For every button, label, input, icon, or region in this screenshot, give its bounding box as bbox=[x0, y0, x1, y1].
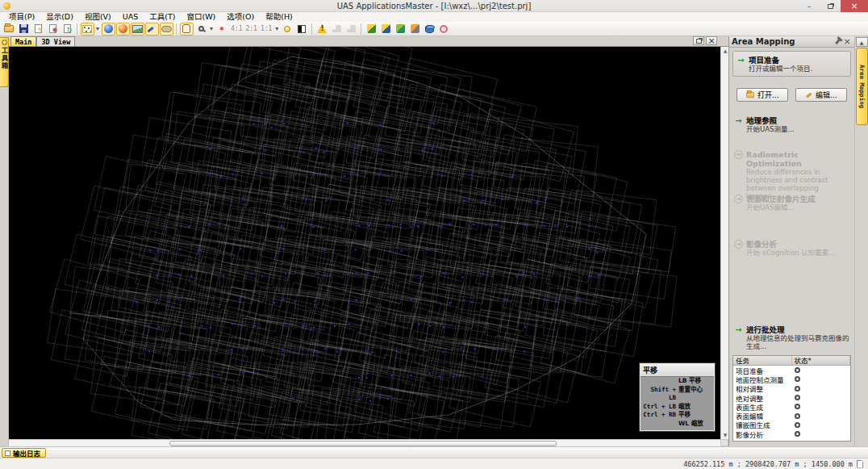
zoom-2-1-button[interactable]: 2:1 bbox=[244, 25, 258, 32]
table-row[interactable]: 相对调整 bbox=[733, 384, 850, 393]
table-row[interactable]: 项目准备 bbox=[733, 366, 850, 375]
step-batch-process[interactable]: 进行批处理 从地理信息的处理到马赛克图像的生成... bbox=[734, 325, 852, 350]
menu-options[interactable]: 选项(O) bbox=[221, 12, 260, 22]
pan-action: 缩放 bbox=[678, 403, 714, 412]
save-project-button[interactable] bbox=[17, 23, 31, 36]
pen-icon bbox=[147, 24, 156, 32]
process-ortho-button[interactable] bbox=[408, 23, 422, 36]
menu-display[interactable]: 显示(D) bbox=[40, 12, 79, 22]
image-display-button[interactable] bbox=[131, 23, 144, 36]
menu-project[interactable]: 项目(P) bbox=[3, 12, 40, 22]
status-column-header[interactable]: 状态* bbox=[792, 356, 851, 365]
vertical-scrollbar[interactable] bbox=[720, 47, 728, 439]
status-circle bbox=[795, 422, 800, 428]
database-button[interactable] bbox=[423, 23, 436, 36]
measure-icon bbox=[332, 25, 341, 32]
bottom-tab-row: 输出日志 bbox=[0, 446, 868, 458]
horizontal-scroll-thumb[interactable] bbox=[169, 441, 557, 446]
menu-window[interactable]: 窗口(W) bbox=[182, 12, 222, 22]
table-row[interactable]: 表面编辑 bbox=[733, 411, 850, 420]
zoom-4-1-button[interactable]: 4:1 bbox=[229, 25, 244, 32]
toolbox-tab[interactable]: 工具箱 bbox=[0, 37, 9, 87]
pin-icon bbox=[835, 39, 841, 44]
pencil-icon bbox=[806, 91, 813, 98]
close-button[interactable] bbox=[841, 0, 868, 12]
status-circle bbox=[795, 367, 800, 373]
open-button[interactable]: 打开... bbox=[737, 88, 788, 102]
tab-3d-view[interactable]: 3D View bbox=[36, 36, 75, 46]
menu-view[interactable]: 视图(V) bbox=[79, 12, 117, 22]
menu-bar: 项目(P) 显示(D) 视图(V) UAS 工具(T) 窗口(W) 选项(O) … bbox=[0, 12, 868, 22]
right-dock-strip: Area Mapping bbox=[854, 36, 868, 446]
terrain-display-button[interactable] bbox=[116, 23, 130, 36]
main-view-window: Main 3D View 平移 LB 平移 Shift + LB重置中心 Ctr… bbox=[9, 36, 728, 446]
table-row[interactable]: 表面生成 bbox=[733, 402, 850, 411]
edit-button[interactable]: 编辑... bbox=[795, 88, 847, 102]
process-surface-button[interactable] bbox=[394, 23, 407, 36]
open-button-label: 打开... bbox=[757, 90, 779, 100]
camera-button[interactable] bbox=[437, 23, 451, 36]
open-project-button[interactable] bbox=[2, 23, 16, 36]
contrast-button[interactable] bbox=[295, 23, 309, 36]
output-log-tab[interactable]: 输出日志 bbox=[2, 448, 46, 458]
dense-process-icon bbox=[382, 24, 390, 33]
viewport-canvas[interactable]: 平移 LB 平移 Shift + LB重置中心 Ctrl + LB缩放 Ctrl… bbox=[9, 47, 720, 439]
settings-page-icon: ✱ bbox=[49, 24, 56, 33]
horizontal-scrollbar[interactable] bbox=[9, 439, 720, 446]
vector-draw-button[interactable] bbox=[145, 23, 159, 36]
project-settings-button[interactable]: ✱ bbox=[46, 23, 60, 36]
image-icon bbox=[132, 25, 143, 33]
area-mapping-panel: Area Mapping 项目准备 打开或编辑一个项目. 打开... bbox=[728, 36, 854, 446]
clipboard-icon[interactable] bbox=[857, 460, 863, 468]
brightness-button[interactable] bbox=[281, 23, 294, 36]
child-restore-button[interactable] bbox=[693, 36, 704, 45]
tab-main[interactable]: Main bbox=[10, 36, 36, 46]
table-row[interactable]: 地面控制点测量 bbox=[733, 375, 850, 383]
table-row[interactable]: 绝对调整 bbox=[733, 393, 850, 402]
left-dock-strip: 工具箱 bbox=[0, 36, 9, 446]
orange-sphere-icon bbox=[119, 24, 127, 33]
mesh-display-button[interactable] bbox=[160, 23, 173, 36]
pan-tool-button[interactable] bbox=[180, 23, 194, 36]
task-column-header: 任务 bbox=[733, 356, 792, 365]
area-mapping-side-tab[interactable]: Area Mapping bbox=[856, 48, 868, 125]
pan-keys bbox=[641, 377, 678, 386]
pan-keys bbox=[641, 420, 678, 429]
pan-action: 重置中心 bbox=[678, 386, 714, 403]
menu-tools[interactable]: 工具(T) bbox=[144, 12, 181, 22]
warnings-button[interactable] bbox=[315, 23, 329, 36]
table-row[interactable]: 影像分析 bbox=[733, 429, 850, 438]
minimize-button[interactable] bbox=[799, 0, 820, 12]
step-georeferencing[interactable]: 地理参照 开始UAS测量... bbox=[734, 116, 852, 133]
child-close-button[interactable] bbox=[706, 36, 717, 45]
task-label: 地面控制点测量 bbox=[733, 375, 792, 384]
table-row[interactable]: 镶嵌图生成 bbox=[733, 421, 850, 429]
panel-title: Area Mapping bbox=[732, 37, 833, 46]
menu-uas[interactable]: UAS bbox=[117, 12, 144, 22]
toolbox-tab-label: 工具箱 bbox=[0, 47, 9, 70]
zoom-tool-button[interactable] bbox=[194, 23, 208, 36]
bulb-icon bbox=[284, 26, 290, 32]
points-display-button[interactable] bbox=[81, 23, 94, 36]
zoom-extents-button[interactable] bbox=[215, 23, 229, 36]
reload-project-button[interactable]: ↻ bbox=[61, 23, 74, 36]
process-dense-button[interactable] bbox=[379, 23, 393, 36]
zoom-tool-dropdown[interactable] bbox=[208, 23, 215, 36]
step-title: 表面和正射像片生成 bbox=[746, 195, 816, 203]
process-georef-button[interactable] bbox=[365, 23, 378, 36]
zoom-level-dropdown[interactable] bbox=[273, 23, 280, 36]
panel-close-button[interactable] bbox=[842, 37, 852, 46]
menu-help[interactable]: 帮助(H) bbox=[260, 12, 298, 22]
zoom-1-1-button[interactable]: 1:1 bbox=[259, 25, 273, 32]
surface-process-icon bbox=[396, 24, 405, 33]
points-display-dropdown[interactable] bbox=[94, 23, 101, 36]
restore-button[interactable] bbox=[820, 0, 841, 12]
child-restore-icon bbox=[696, 39, 702, 44]
task-label: 表面生成 bbox=[733, 402, 792, 412]
globe-display-button[interactable] bbox=[102, 23, 115, 36]
measure-button[interactable] bbox=[330, 23, 344, 36]
adjust-button[interactable] bbox=[344, 23, 358, 36]
dock-collapse-button[interactable] bbox=[856, 37, 868, 47]
panel-pin-button[interactable] bbox=[833, 37, 842, 46]
edit-project-button[interactable]: ✎ bbox=[31, 23, 45, 36]
